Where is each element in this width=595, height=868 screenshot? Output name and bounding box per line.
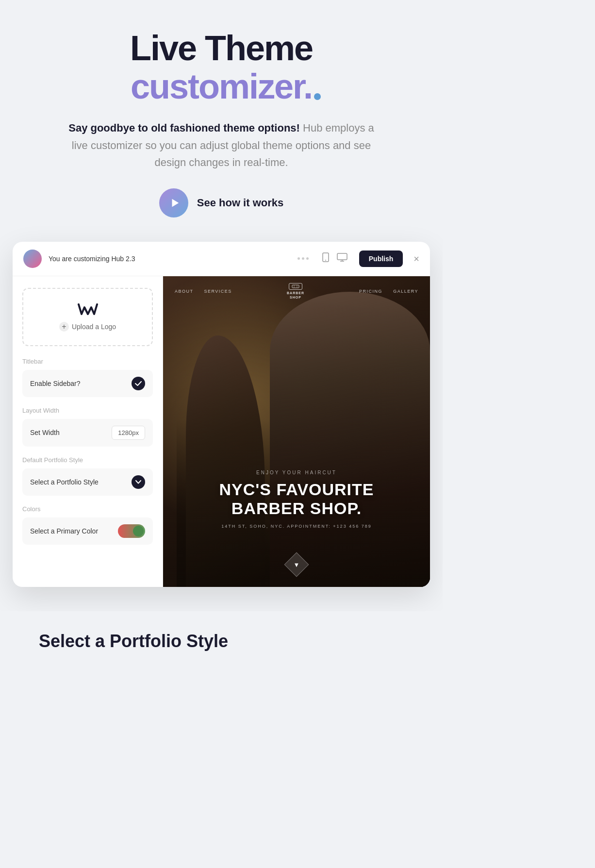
preview-content: ENJOY YOUR HAIRCUT NYC'S FAVOURITE BARBE… (163, 470, 430, 529)
select-color-label: Select a Primary Color (30, 527, 98, 535)
bottom-section: Select a Portfolio Style (0, 611, 443, 671)
close-button[interactable]: × (413, 254, 419, 264)
dot-2 (302, 257, 304, 260)
portfolio-style-row: Select a Portfolio Style (22, 468, 153, 496)
portfolio-style-label: Default Portfolio Style (22, 456, 153, 464)
diamond-inner: ▼ (294, 561, 300, 568)
nav-logo-text: BARBERSHOP (287, 291, 304, 300)
publish-button[interactable]: Publish (359, 250, 403, 267)
hero-section: Live Theme customizer. Say goodbye to ol… (0, 0, 443, 237)
widget-body: + Upload a Logo Titlebar Enable Sidebar? (13, 276, 430, 587)
nav-pricing: PRICING (359, 289, 382, 294)
hero-desc-brand: Hub (300, 122, 322, 134)
preview-diamond: ▼ (288, 556, 305, 573)
portfolio-dropdown[interactable] (132, 475, 145, 489)
widget-title: You are customizing Hub 2.3 (49, 255, 291, 263)
nav-gallery: GALLERY (393, 289, 418, 294)
nav-about: ABOUT (175, 289, 194, 294)
desktop-icon[interactable] (337, 253, 347, 264)
preview-nav: ABOUT SERVICES BARBERSHOP (163, 276, 430, 306)
enjoy-text: ENJOY YOUR HAIRCUT (178, 470, 415, 475)
nav-logo: BARBERSHOP (287, 283, 304, 300)
upload-logo-label: Upload a Logo (72, 323, 116, 331)
mobile-icon[interactable] (321, 252, 330, 265)
svg-rect-3 (337, 253, 347, 260)
layout-width-label: Layout Width (22, 407, 153, 414)
widget-header: You are customizing Hub 2.3 (13, 242, 430, 276)
set-width-label: Set Width (30, 429, 60, 436)
upload-plus-icon: + (59, 322, 69, 332)
upload-logo-button[interactable]: + Upload a Logo (33, 322, 142, 332)
colors-label: Colors (22, 505, 153, 513)
logo-icon (33, 302, 142, 316)
colors-row: Select a Primary Color (22, 517, 153, 545)
svg-rect-6 (292, 285, 299, 288)
diamond-shape: ▼ (284, 552, 309, 577)
hero-description: Say goodbye to old fashioned theme optio… (61, 119, 381, 171)
headline-line2: BARBER SHOP. (178, 499, 415, 518)
layout-width-row: Set Width 1280px (22, 419, 153, 447)
enable-sidebar-label: Enable Sidebar? (30, 380, 81, 387)
play-label[interactable]: See how it works (197, 197, 284, 209)
left-panel: + Upload a Logo Titlebar Enable Sidebar? (13, 276, 163, 587)
dot-1 (298, 257, 300, 260)
play-button[interactable] (159, 188, 188, 217)
address-text: 14TH ST, SOHO, NYC. APPOINTMENT: +123 45… (178, 524, 415, 529)
customizer-widget: You are customizing Hub 2.3 (13, 242, 430, 587)
svg-point-2 (325, 260, 326, 261)
hero-title-line1: Live Theme (39, 29, 404, 67)
device-icons (321, 252, 347, 265)
main-headline: NYC'S FAVOURITE BARBER SHOP. (178, 480, 415, 518)
nav-links-right: PRICING GALLERY (359, 289, 418, 294)
widget-dots-menu[interactable] (298, 257, 309, 260)
nav-logo-icon (289, 283, 302, 290)
select-portfolio-heading: Select a Portfolio Style (39, 631, 404, 651)
color-toggle[interactable] (118, 524, 145, 538)
hero-title-line2: customizer. (131, 67, 312, 106)
logo-upload-area: + Upload a Logo (22, 288, 153, 346)
widget-wrapper: You are customizing Hub 2.3 (0, 237, 443, 611)
hero-desc-bold: Say goodbye to old fashioned theme optio… (68, 122, 300, 134)
titlebar-label: Titlebar (22, 358, 153, 365)
nav-services: SERVICES (204, 289, 232, 294)
dot-3 (306, 257, 309, 260)
select-portfolio-label: Select a Portfolio Style (30, 478, 99, 486)
svg-marker-0 (172, 199, 179, 207)
width-value[interactable]: 1280px (112, 426, 145, 440)
nav-links-left: ABOUT SERVICES (175, 289, 232, 294)
enable-sidebar-row: Enable Sidebar? (22, 370, 153, 397)
right-panel: ABOUT SERVICES BARBERSHOP (163, 276, 430, 587)
headline-line1: NYC'S FAVOURITE (178, 480, 415, 499)
enable-sidebar-checkbox[interactable] (132, 377, 145, 390)
preview-image: ABOUT SERVICES BARBERSHOP (163, 276, 430, 587)
play-row: See how it works (39, 188, 404, 217)
widget-avatar (23, 250, 42, 268)
